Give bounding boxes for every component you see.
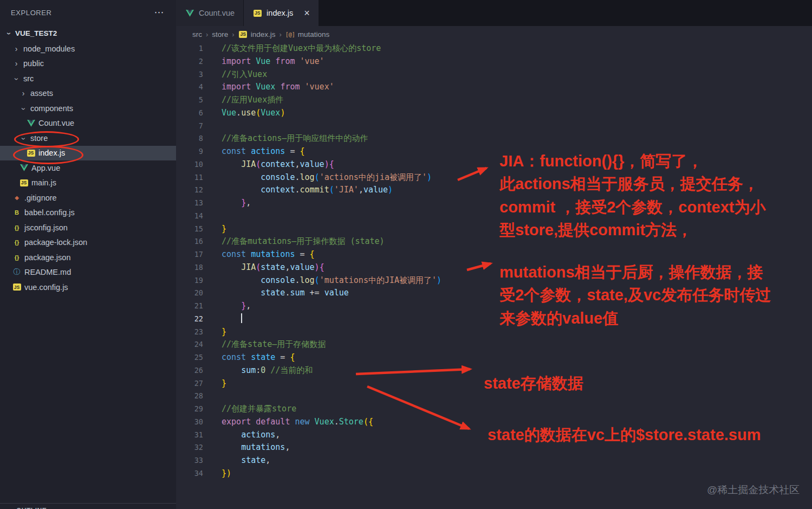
line-number[interactable]: 24 xyxy=(176,338,203,351)
line-number[interactable]: 8 xyxy=(176,132,203,145)
code-line-6[interactable]: 6Vue.use(Vuex) xyxy=(176,107,812,120)
vue-icon xyxy=(19,164,29,171)
line-number[interactable]: 7 xyxy=(176,120,203,133)
code-line-2[interactable]: 2import Vue from 'vue' xyxy=(176,55,812,68)
code-line-7[interactable]: 7 xyxy=(176,120,812,133)
code-line-18[interactable]: 18 JIA(state,value){ xyxy=(176,261,812,274)
line-number[interactable]: 5 xyxy=(176,94,203,107)
code-line-23[interactable]: 23} xyxy=(176,326,812,339)
breadcrumb: src›store›JSindex.js›[@]mutations xyxy=(176,26,812,42)
code-line-10[interactable]: 10 JIA(context,value){ xyxy=(176,158,812,171)
tree-item-Count.vue[interactable]: Count.vue xyxy=(0,116,176,131)
code-line-31[interactable]: 31 actions, xyxy=(176,429,812,442)
line-number[interactable]: 29 xyxy=(176,403,203,416)
code-line-25[interactable]: 25const state = { xyxy=(176,351,812,364)
tree-item-jsconfig.json[interactable]: {}jsconfig.json xyxy=(0,220,176,235)
breadcrumb-item-mutations[interactable]: [@]mutations xyxy=(285,30,330,38)
line-number[interactable]: 18 xyxy=(176,261,203,274)
tree-item-public[interactable]: ›public xyxy=(0,56,176,72)
code-line-17[interactable]: 17const mutations = { xyxy=(176,248,812,261)
code-line-29[interactable]: 29//创建并暴露store xyxy=(176,403,812,416)
code-line-21[interactable]: 21 }, xyxy=(176,300,812,313)
line-number[interactable]: 3 xyxy=(176,68,203,81)
code-text: state.sum += value xyxy=(203,287,349,300)
code-line-24[interactable]: 24//准备state—用于存储数据 xyxy=(176,338,812,351)
code-line-12[interactable]: 12 context.commit('JIA',value) xyxy=(176,184,812,197)
tree-item-src[interactable]: ›src xyxy=(0,71,176,86)
code-line-13[interactable]: 13 }, xyxy=(176,197,812,210)
line-number[interactable]: 10 xyxy=(176,158,203,171)
tree-item-main.js[interactable]: JSmain.js xyxy=(0,176,176,191)
tree-item-index.js[interactable]: JSindex.js xyxy=(0,146,176,161)
line-number[interactable]: 15 xyxy=(176,223,203,236)
close-icon[interactable]: × xyxy=(304,8,310,18)
code-line-30[interactable]: 30export default new Vuex.Store({ xyxy=(176,416,812,429)
code-line-28[interactable]: 28 xyxy=(176,390,812,403)
tree-item-package.json[interactable]: {}package.json xyxy=(0,250,176,265)
line-number[interactable]: 12 xyxy=(176,184,203,197)
tree-item-App.vue[interactable]: App.vue xyxy=(0,160,176,176)
code-line-3[interactable]: 3//引入Vuex xyxy=(176,68,812,81)
code-line-26[interactable]: 26 sum:0 //当前的和 xyxy=(176,364,812,377)
code-line-19[interactable]: 19 console.log('mutations中的JIA被调用了') xyxy=(176,274,812,287)
line-number[interactable]: 34 xyxy=(176,467,203,480)
code-line-20[interactable]: 20 state.sum += value xyxy=(176,287,812,300)
tree-item-node_modules[interactable]: ›node_modules xyxy=(0,41,176,56)
line-number[interactable]: 1 xyxy=(176,42,203,55)
more-actions-icon[interactable]: ⋯ xyxy=(154,8,164,17)
line-number[interactable]: 4 xyxy=(176,81,203,94)
line-number[interactable]: 21 xyxy=(176,300,203,313)
tab-Count.vue[interactable]: Count.vue xyxy=(176,0,244,26)
tree-item-components[interactable]: ›components xyxy=(0,101,176,116)
code-line-11[interactable]: 11 console.log('actions中的jia被调用了') xyxy=(176,171,812,184)
line-number[interactable]: 6 xyxy=(176,107,203,120)
line-number[interactable]: 9 xyxy=(176,145,203,158)
line-number[interactable]: 25 xyxy=(176,351,203,364)
project-root[interactable]: › VUE_TEST2 xyxy=(0,25,176,41)
line-number[interactable]: 22 xyxy=(176,313,203,326)
tree-item-store[interactable]: ›store xyxy=(0,131,176,146)
code-line-33[interactable]: 33 state, xyxy=(176,454,812,467)
line-number[interactable]: 33 xyxy=(176,454,203,467)
code-line-34[interactable]: 34}) xyxy=(176,467,812,480)
line-number[interactable]: 26 xyxy=(176,364,203,377)
tree-item-vue.config.js[interactable]: JSvue.config.js xyxy=(0,280,176,295)
line-number[interactable]: 31 xyxy=(176,429,203,442)
code-line-8[interactable]: 8//准备actions—用于响应组件中的动作 xyxy=(176,132,812,145)
line-number[interactable]: 20 xyxy=(176,287,203,300)
code-line-16[interactable]: 16//准备mutations—用于操作数据 (state) xyxy=(176,235,812,248)
code-line-27[interactable]: 27} xyxy=(176,377,812,390)
tab-index.js[interactable]: JSindex.js× xyxy=(244,0,319,26)
code-line-15[interactable]: 15} xyxy=(176,223,812,236)
code-line-1[interactable]: 1//该文件用于创建Vuex中最为核心的store xyxy=(176,42,812,55)
tree-item-babel.config.js[interactable]: Bbabel.config.js xyxy=(0,205,176,221)
code-line-5[interactable]: 5//应用Vuex插件 xyxy=(176,94,812,107)
line-number[interactable]: 16 xyxy=(176,235,203,248)
line-number[interactable]: 27 xyxy=(176,377,203,390)
line-number[interactable]: 30 xyxy=(176,416,203,429)
tree-item-assets[interactable]: ›assets xyxy=(0,86,176,101)
code-line-14[interactable]: 14 xyxy=(176,210,812,223)
code-line-22[interactable]: 22 xyxy=(176,313,812,326)
tree-item-README.md[interactable]: ⓘREADME.md xyxy=(0,265,176,280)
code-line-9[interactable]: 9const actions = { xyxy=(176,145,812,158)
line-number[interactable]: 14 xyxy=(176,210,203,223)
tree-item-package-lock.json[interactable]: {}package-lock.json xyxy=(0,235,176,250)
json-icon: {} xyxy=(12,224,22,231)
line-number[interactable]: 13 xyxy=(176,197,203,210)
line-number[interactable]: 11 xyxy=(176,171,203,184)
line-number[interactable]: 19 xyxy=(176,274,203,287)
breadcrumb-item-store[interactable]: store xyxy=(212,30,228,38)
line-number[interactable]: 17 xyxy=(176,248,203,261)
code-line-32[interactable]: 32 mutations, xyxy=(176,441,812,454)
outline-section[interactable]: › OUTLINE xyxy=(0,503,176,509)
code-line-4[interactable]: 4import Vuex from 'vuex' xyxy=(176,81,812,94)
line-number[interactable]: 2 xyxy=(176,55,203,68)
breadcrumb-item-src[interactable]: src xyxy=(192,30,202,38)
code-text: Vue.use(Vuex) xyxy=(203,107,285,120)
breadcrumb-item-index.js[interactable]: JSindex.js xyxy=(238,30,276,38)
tree-item-.gitignore[interactable]: ◆.gitignore xyxy=(0,190,176,205)
line-number[interactable]: 32 xyxy=(176,441,203,454)
line-number[interactable]: 28 xyxy=(176,390,203,403)
line-number[interactable]: 23 xyxy=(176,326,203,339)
